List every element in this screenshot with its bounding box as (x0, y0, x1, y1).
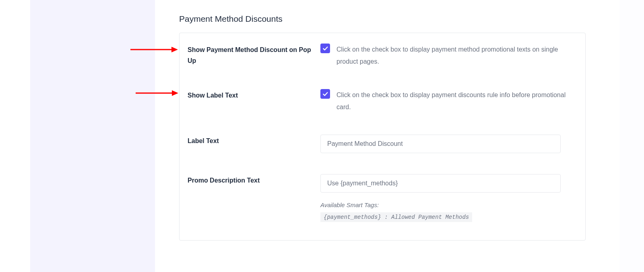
show-label-label: Show Label Text (188, 90, 320, 101)
control-col: Click on the check box to display paymen… (320, 44, 577, 68)
show-label-checkbox[interactable] (320, 89, 330, 99)
row-label-text: Label Text (180, 124, 585, 164)
show-label-help: Click on the check box to display paymen… (336, 89, 577, 114)
smart-tags-label: Available Smart Tags: (320, 201, 577, 208)
section-title: Payment Method Discounts (179, 14, 622, 24)
main-content: Payment Method Discounts Show Payment Me… (179, 14, 622, 241)
promo-desc-label: Promo Description Text (188, 175, 320, 186)
row-show-popup: Show Payment Method Discount on Pop Up C… (180, 33, 585, 79)
check-line: Click on the check box to display paymen… (320, 89, 577, 114)
right-margin (619, 0, 644, 272)
label-text-input[interactable] (320, 135, 561, 153)
smart-tag-item: {payment_methods} : Allowed Payment Meth… (320, 212, 472, 222)
control-col: Available Smart Tags: {payment_methods} … (320, 174, 577, 222)
control-col: Click on the check box to display paymen… (320, 89, 577, 114)
sidebar-background (30, 0, 155, 272)
check-icon (322, 91, 328, 97)
check-line: Click on the check box to display paymen… (320, 44, 577, 68)
label-col: Show Label Text (188, 89, 320, 101)
svg-marker-1 (171, 47, 178, 52)
settings-panel: Show Payment Method Discount on Pop Up C… (179, 33, 586, 241)
label-col: Promo Description Text (188, 174, 320, 186)
control-col (320, 135, 577, 153)
label-col: Show Payment Method Discount on Pop Up (188, 44, 320, 66)
label-text-label: Label Text (188, 135, 320, 146)
left-margin (0, 0, 30, 272)
show-popup-help: Click on the check box to display paymen… (336, 44, 577, 68)
row-show-label: Show Label Text Click on the check box t… (180, 79, 585, 124)
check-icon (322, 45, 328, 52)
svg-marker-3 (172, 90, 178, 96)
promo-desc-input[interactable] (320, 174, 561, 193)
label-col: Label Text (188, 135, 320, 146)
row-promo-desc: Promo Description Text Available Smart T… (180, 164, 585, 240)
show-popup-label: Show Payment Method Discount on Pop Up (188, 44, 320, 66)
show-popup-checkbox[interactable] (320, 44, 330, 53)
